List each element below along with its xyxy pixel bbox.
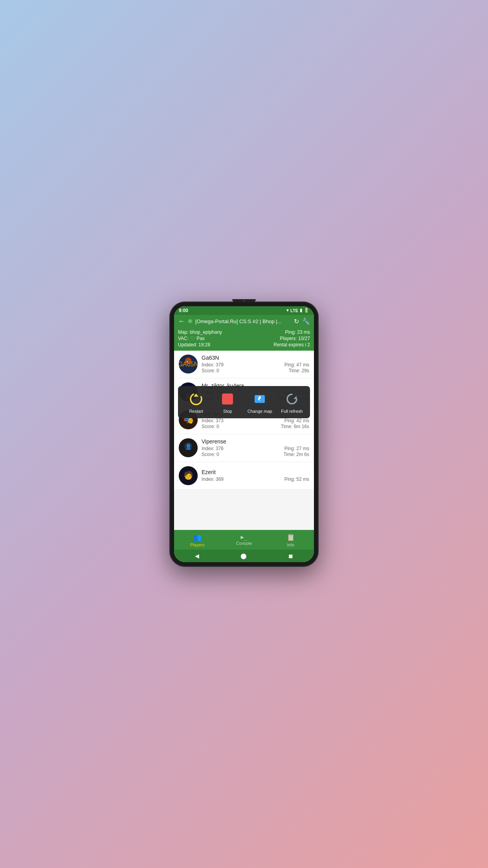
fullrefresh-icon	[284, 391, 300, 407]
nav-info[interactable]: 📋 Info	[267, 530, 314, 550]
info-icon: 📋	[286, 533, 295, 542]
player-info: Ga63N Index: 379 Score: 0 Ping: 47 ms Ti…	[202, 355, 309, 374]
changemap-button[interactable]: Change map	[248, 391, 272, 414]
console-icon: ▶_	[241, 533, 248, 540]
player-time: Time: 6m 16s	[281, 424, 309, 429]
player-index: Index: 376	[202, 446, 224, 451]
player-name: Ga63N	[202, 355, 309, 361]
player-stats: Index: 379 Score: 0 Ping: 47 ms Time: 29…	[202, 362, 309, 374]
player-name: Ezerit	[202, 469, 309, 475]
svg-text:🦅: 🦅	[186, 359, 191, 364]
player-stats: Index: 369 Ping: 52 ms	[202, 476, 309, 482]
console-label: Console	[236, 541, 252, 546]
player-time: Time: 29s	[284, 368, 309, 373]
toolbar: ← [Omega-Portal.Ru] CS:S #2 | Bhop |... …	[174, 315, 314, 328]
server-title: [Omega-Portal.Ru] CS:S #2 | Bhop |...	[195, 318, 291, 324]
player-ping: Ping: 52 ms	[284, 476, 309, 482]
info-label: Info	[287, 542, 294, 547]
svg-marker-1	[194, 394, 198, 397]
fullrefresh-label: Full refresh	[281, 409, 303, 414]
bottom-navigation: 👥 Players ▶_ Console 📋 Info	[174, 530, 314, 550]
stop-button[interactable]: Stop	[216, 391, 239, 414]
home-system-button[interactable]: ⬤	[240, 553, 247, 559]
players-label: Players	[190, 542, 205, 547]
player-time: Time: 2m 6s	[283, 452, 309, 457]
player-name: Viperense	[202, 438, 309, 445]
vac-label: VAC:	[178, 336, 189, 341]
nav-console[interactable]: ▶_ Console	[221, 530, 268, 550]
vac-row: VAC: 🛡 Pas Players: 10/27	[178, 336, 310, 341]
updated-label: Updated: 19:28	[178, 342, 210, 348]
restart-button[interactable]: Restart	[184, 391, 208, 414]
player-ping: Ping: 47 ms	[284, 362, 309, 368]
back-system-button[interactable]: ◀	[195, 553, 199, 559]
wifi-icon: ▾	[286, 308, 289, 313]
map-label: Map: bhop_epiphany	[178, 329, 222, 335]
player-ping: Ping: 27 ms	[283, 446, 309, 451]
restart-label: Restart	[189, 409, 203, 414]
player-ping: Ping: 42 ms	[281, 418, 309, 423]
player-index: Index: 379	[202, 362, 224, 368]
player-item[interactable]: 🧑 Ezerit Index: 369 Ping: 52 ms	[174, 462, 314, 489]
player-list: GA65N 🦅 Ga63N Index: 379 Score: 0	[174, 351, 314, 530]
phone-frame: 9:00 ▾ LTE ▮ 🔋 ← [Omega-Portal.Ru] CS:S …	[169, 302, 319, 567]
svg-point-4	[259, 396, 261, 399]
recent-system-button[interactable]: ◼	[288, 553, 293, 559]
updated-row: Updated: 19:28 Rental expires i 2	[178, 342, 310, 348]
status-bar: 9:00 ▾ LTE ▮ 🔋	[174, 306, 314, 315]
player-info: Viperense Index: 376 Score: 0 Ping: 27 m…	[202, 438, 309, 458]
player-avatar: 👤	[179, 438, 198, 457]
player-index: Index: 373	[202, 418, 224, 423]
player-score: Score: 0	[202, 452, 224, 457]
changemap-label: Change map	[248, 409, 272, 414]
wrench-button[interactable]: 🔧	[302, 318, 310, 325]
lte-icon: LTE	[290, 308, 298, 313]
server-status-dot	[188, 319, 192, 323]
camera-dot	[243, 300, 245, 302]
status-time: 9:00	[179, 308, 188, 313]
phone-screen: 9:00 ▾ LTE ▮ 🔋 ← [Omega-Portal.Ru] CS:S …	[174, 306, 314, 562]
player-info: Ezerit Index: 369 Ping: 52 ms	[202, 469, 309, 482]
player-item[interactable]: 👤 Viperense Index: 376 Score: 0 Ping: 27…	[174, 434, 314, 462]
player-avatar: 🧑	[179, 466, 198, 485]
svg-text:🧑: 🧑	[183, 471, 193, 480]
stop-label: Stop	[223, 409, 232, 414]
signal-icon: ▮	[300, 308, 302, 313]
back-button[interactable]: ←	[178, 317, 185, 326]
battery-icon: 🔋	[304, 308, 309, 313]
status-icons: ▾ LTE ▮ 🔋	[286, 308, 309, 313]
vac-value: Pas	[196, 336, 205, 341]
map-row: Map: bhop_epiphany Ping: 23 ms	[178, 329, 310, 335]
stop-icon	[219, 391, 236, 407]
player-score: Score: 0	[202, 424, 224, 429]
ping-value: Ping: 23 ms	[285, 329, 310, 335]
fullrefresh-button[interactable]: Full refresh	[280, 391, 304, 414]
player-item[interactable]: GA65N 🦅 Ga63N Index: 379 Score: 0	[174, 351, 314, 378]
player-score: Score: 0	[202, 368, 224, 373]
players-icon: 👥	[193, 533, 202, 542]
nav-players[interactable]: 👥 Players	[174, 530, 221, 550]
player-index: Index: 369	[202, 476, 224, 482]
player-avatar: GA65N 🦅	[179, 355, 198, 373]
svg-text:👤: 👤	[185, 443, 192, 450]
camera	[232, 299, 256, 302]
changemap-icon	[251, 391, 268, 407]
context-menu: Restart Stop Cha	[178, 386, 310, 418]
vac-shield-icon: 🛡	[190, 336, 195, 341]
players-count: Players: 10/27	[280, 336, 310, 341]
restart-icon	[188, 391, 204, 407]
server-info-panel: Map: bhop_epiphany Ping: 23 ms VAC: 🛡 Pa…	[174, 328, 314, 351]
refresh-button[interactable]: ↻	[294, 318, 299, 325]
svg-marker-5	[294, 396, 297, 399]
system-navigation: ◀ ⬤ ◼	[174, 550, 314, 562]
rental-info: Rental expires i 2	[273, 342, 310, 348]
player-stats: Index: 373 Score: 0 Ping: 42 ms Time: 6m…	[202, 418, 309, 430]
player-stats: Index: 376 Score: 0 Ping: 27 ms Time: 2m…	[202, 446, 309, 458]
